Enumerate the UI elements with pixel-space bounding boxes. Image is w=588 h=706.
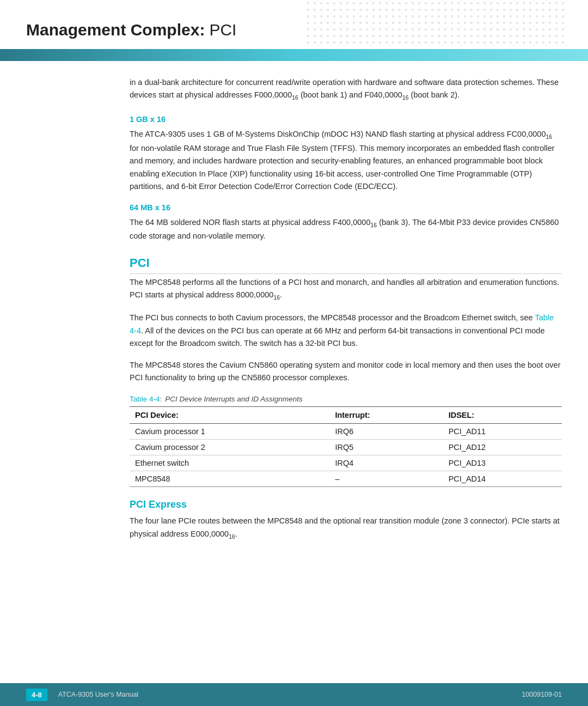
main-content: in a dual-bank architecture for concurre…	[0, 61, 588, 567]
table-cell-0-2: PCI_AD11	[443, 424, 562, 440]
table-cell-2-1: IRQ4	[329, 455, 443, 471]
pci-para3: The MPC8548 stores the Cavium CN5860 ope…	[130, 359, 562, 385]
body-1gb: The ATCA-9305 uses 1 GB of M-Systems Dis…	[130, 128, 562, 193]
body-64mb: The 64 MB soldered NOR flash starts at p…	[130, 216, 562, 243]
table-header-row: PCI Device: Interrupt: IDSEL:	[130, 407, 562, 424]
footer-doc-title: ATCA-9305 User's Manual	[58, 691, 138, 698]
heading-pci: PCI	[130, 256, 562, 274]
table-row: Cavium processor 1IRQ6PCI_AD11	[130, 424, 562, 440]
table-body: Cavium processor 1IRQ6PCI_AD11Cavium pro…	[130, 424, 562, 487]
table-caption-title: PCI Device Interrupts and ID Assignments	[165, 395, 302, 403]
page-header: Management Complex:PCI	[0, 0, 588, 39]
dot-grid-decoration	[305, 0, 588, 49]
table-row: MPC8548–PCI_AD14	[130, 471, 562, 487]
table-caption-label: Table 4-4:	[130, 395, 162, 403]
pci-para2: The PCI bus connects to both Cavium proc…	[130, 312, 562, 350]
footer-doc-number: 10009109-01	[522, 691, 562, 698]
table-cell-3-2: PCI_AD14	[443, 471, 562, 487]
heading-pci-express: PCI Express	[130, 499, 562, 510]
table-cell-1-2: PCI_AD12	[443, 440, 562, 455]
col-interrupt: Interrupt:	[329, 407, 443, 424]
page-title-bold: Management Complex:	[26, 21, 205, 39]
table-cell-3-1: –	[329, 471, 443, 487]
table-caption-row: Table 4-4: PCI Device Interrupts and ID …	[130, 395, 562, 403]
footer-page-number: 4-8	[26, 689, 47, 701]
col-idsel: IDSEL:	[443, 407, 562, 424]
col-pci-device: PCI Device:	[130, 407, 329, 424]
pci-device-table: PCI Device: Interrupt: IDSEL: Cavium pro…	[130, 406, 562, 487]
pci-para1: The MPC8548 performs all the functions o…	[130, 276, 562, 303]
table-cell-2-0: Ethernet switch	[130, 455, 329, 471]
page-title-light: PCI	[209, 21, 236, 39]
table-cell-1-0: Cavium processor 2	[130, 440, 329, 455]
table-header: PCI Device: Interrupt: IDSEL:	[130, 407, 562, 424]
intro-paragraph: in a dual-bank architecture for concurre…	[130, 76, 562, 103]
table-row: Ethernet switchIRQ4PCI_AD13	[130, 455, 562, 471]
table-cell-2-2: PCI_AD13	[443, 455, 562, 471]
pci-express-body: The four lane PCIe routes between the MP…	[130, 515, 562, 541]
heading-1gb: 1 GB x 16	[130, 115, 562, 124]
page-footer: 4-8 ATCA-9305 User's Manual 10009109-01	[0, 683, 588, 706]
table-cell-0-1: IRQ6	[329, 424, 443, 440]
table-cell-0-0: Cavium processor 1	[130, 424, 329, 440]
table-cell-3-0: MPC8548	[130, 471, 329, 487]
table-row: Cavium processor 2IRQ5PCI_AD12	[130, 440, 562, 455]
heading-64mb: 64 MB x 16	[130, 203, 562, 212]
table-cell-1-1: IRQ5	[329, 440, 443, 455]
teal-accent-bar	[0, 49, 588, 61]
